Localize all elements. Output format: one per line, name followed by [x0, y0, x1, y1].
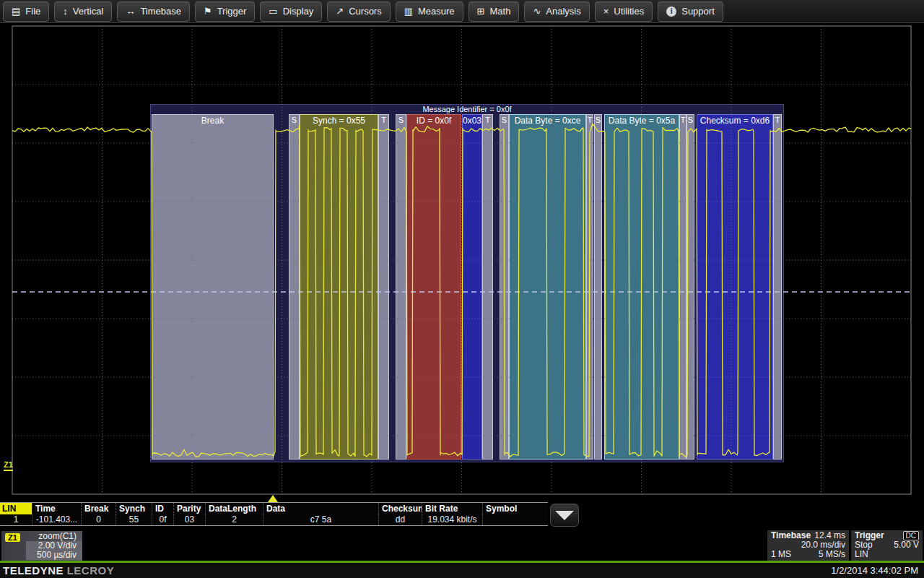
- lin-decode-table[interactable]: LIN1Time-101.403...Break0Synch55ID0fPari…: [0, 502, 548, 526]
- menu-label: Measure: [418, 6, 455, 17]
- table-cell-id: 0f: [152, 514, 173, 525]
- timebase-samples: 1 MS: [771, 550, 791, 559]
- menu-label: Support: [681, 6, 715, 17]
- date-time: 1/2/2014 3:44:02 PM: [831, 565, 918, 576]
- decode-segment-flag: T: [773, 114, 782, 460]
- analysis-icon: ∿: [533, 7, 541, 16]
- table-header-data: Data: [263, 503, 378, 514]
- decode-segment-flag: S: [289, 114, 300, 460]
- support-icon: i: [666, 7, 676, 17]
- decode-segment-parity: 0x03: [462, 114, 482, 460]
- decode-segment-flag: S: [687, 114, 694, 460]
- table-cell-parity: 03: [173, 514, 205, 525]
- brand-lecroy: LECROY: [67, 564, 115, 577]
- table-header-bit-rate: Bit Rate: [422, 503, 482, 514]
- table-header-synch: Synch: [116, 503, 152, 514]
- menu-label: Utilities: [614, 6, 644, 17]
- menu-label: Analysis: [546, 6, 580, 17]
- menu-label: Vertical: [73, 6, 104, 17]
- table-header-break: Break: [81, 503, 116, 514]
- waveform-display-area: Message Identifier = 0x0f BreakSSynch = …: [0, 23, 924, 503]
- vertical-icon: ↕: [63, 7, 68, 16]
- menu-label: Display: [283, 6, 314, 17]
- math-icon: ⊞: [477, 7, 485, 16]
- table-cell-synch: 55: [116, 514, 152, 525]
- brand-logo: TELEDYNE LECROY: [3, 564, 114, 577]
- z1-badge: Z1: [5, 533, 20, 542]
- trigger-level: 5.00 V: [894, 540, 919, 550]
- decode-segment-data: Data Byte = 0x5a: [604, 114, 679, 460]
- table-cell-lin: 1: [0, 514, 32, 525]
- table-cell-checksum: dd: [378, 514, 422, 525]
- decode-segment-flag: T: [679, 114, 687, 460]
- trigger-descriptor-box[interactable]: Trigger DC Stop 5.00 V LIN: [851, 530, 923, 561]
- measure-icon: ▥: [404, 7, 413, 16]
- decode-segment-synch: Synch = 0x55: [300, 114, 378, 460]
- trigger-type: LIN: [855, 550, 868, 559]
- table-header-id: ID: [152, 503, 173, 514]
- menu-label: Cursors: [349, 6, 382, 17]
- trigger-position-marker[interactable]: [268, 495, 278, 502]
- table-header-symbol: Symbol: [482, 503, 548, 514]
- table-header-parity: Parity: [173, 503, 205, 514]
- cursors-menu-button[interactable]: ↗Cursors: [327, 1, 390, 22]
- chevron-down-icon: [555, 511, 574, 520]
- table-header-checksum: Checksum: [378, 503, 422, 514]
- table-header-datalength: DataLength: [205, 503, 263, 514]
- status-bar: Z1 zoom(C1) 2.00 V/div 500 µs/div Timeba…: [0, 527, 924, 561]
- timebase-rate: 5 MS/s: [819, 550, 845, 559]
- math-menu-button[interactable]: ⊞Math: [468, 1, 520, 22]
- decode-segment-data: Data Byte = 0xce: [509, 114, 586, 460]
- decode-message-title: Message Identifier = 0x0f: [151, 105, 783, 115]
- trigger-icon: ⚑: [204, 7, 212, 16]
- table-cell-time: -101.403...: [32, 514, 81, 525]
- decode-segment-flag: S: [396, 114, 406, 460]
- utilities-icon: ×: [603, 7, 609, 16]
- table-cell-bit-rate: 19.034 kbit/s: [422, 514, 482, 525]
- decode-segment-flag: T: [482, 114, 493, 460]
- table-cell-symbol: [482, 514, 548, 525]
- timebase-icon: ↔: [126, 7, 135, 16]
- file-icon: ▤: [12, 7, 20, 16]
- footer-bar: TELEDYNE LECROY 1/2/2014 3:44:02 PM: [0, 563, 924, 578]
- timebase-descriptor-box[interactable]: Timebase 12.4 ms 20.0 ms/div 1 MS 5 MS/s: [767, 530, 849, 561]
- table-cell-datalength: 2: [205, 514, 263, 525]
- utilities-menu-button[interactable]: ×Utilities: [595, 1, 653, 22]
- menu-label: Timebase: [140, 6, 181, 17]
- decode-segment-id: ID = 0x0f: [406, 114, 461, 460]
- analysis-menu-button[interactable]: ∿Analysis: [524, 1, 589, 22]
- menu-label: Trigger: [217, 6, 247, 17]
- lin-decode-frame: Message Identifier = 0x0f BreakSSynch = …: [150, 104, 784, 462]
- brand-teledyne: TELEDYNE: [3, 564, 64, 577]
- decode-segment-checksum: Checksum = 0xd6: [697, 114, 773, 460]
- zoom-tdiv: 500 µs/div: [26, 551, 82, 560]
- vertical-menu-button[interactable]: ↕Vertical: [54, 1, 112, 22]
- support-menu-button[interactable]: iSupport: [658, 1, 723, 22]
- display-icon: ▭: [269, 7, 277, 16]
- table-scroll-down-button[interactable]: [550, 504, 579, 527]
- menu-label: Math: [489, 6, 510, 17]
- zoom-descriptor-box[interactable]: Z1 zoom(C1) 2.00 V/div 500 µs/div: [1, 531, 82, 561]
- cursors-icon: ↗: [336, 7, 344, 16]
- decode-segment-flag: S: [594, 114, 602, 460]
- timebase-menu-button[interactable]: ↔Timebase: [117, 1, 190, 22]
- decode-segment-flag: T: [586, 114, 593, 460]
- table-cell-data: c7 5a: [263, 514, 378, 525]
- decode-segment-break: Break: [152, 114, 274, 460]
- table-header-lin: LIN: [0, 503, 32, 514]
- file-menu-button[interactable]: ▤File: [3, 1, 49, 22]
- menu-label: File: [25, 6, 40, 17]
- decode-segment-flag: S: [500, 114, 509, 460]
- trigger-menu-button[interactable]: ⚑Trigger: [195, 1, 255, 22]
- zoom-trace-label: Z1: [4, 460, 13, 471]
- menu-bar: ▤File↕Vertical↔Timebase⚑Trigger▭Display↗…: [0, 0, 924, 23]
- decode-segment-flag: T: [378, 114, 389, 460]
- table-header-time: Time: [32, 503, 81, 514]
- display-menu-button[interactable]: ▭Display: [260, 1, 322, 22]
- measure-menu-button[interactable]: ▥Measure: [396, 1, 463, 22]
- table-cell-break: 0: [81, 514, 116, 525]
